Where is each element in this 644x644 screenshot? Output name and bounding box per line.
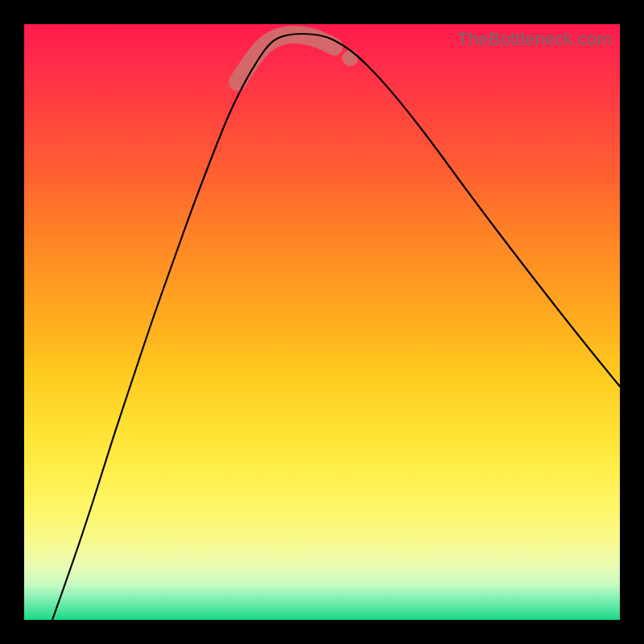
- chart-frame: TheBottleneck.com: [0, 0, 644, 644]
- curve-layer: [24, 24, 620, 620]
- optimal-band: [237, 35, 334, 82]
- plot-area: TheBottleneck.com: [24, 24, 620, 620]
- bottleneck-curve: [52, 34, 620, 620]
- highlight-dot: [342, 50, 358, 66]
